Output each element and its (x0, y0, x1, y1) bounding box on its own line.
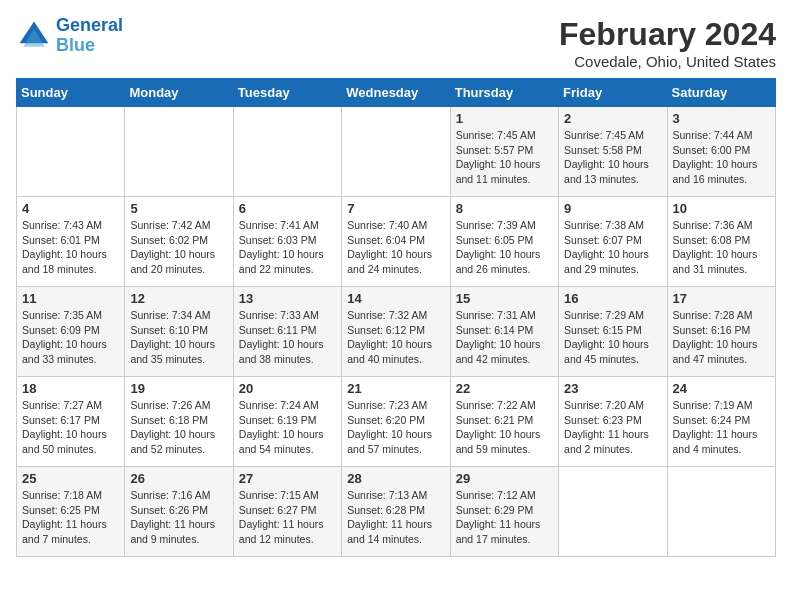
calendar-cell: 21Sunrise: 7:23 AM Sunset: 6:20 PM Dayli… (342, 377, 450, 467)
day-number: 20 (239, 381, 336, 396)
logo: General Blue (16, 16, 123, 56)
calendar-cell: 6Sunrise: 7:41 AM Sunset: 6:03 PM Daylig… (233, 197, 341, 287)
day-number: 1 (456, 111, 553, 126)
calendar-cell: 29Sunrise: 7:12 AM Sunset: 6:29 PM Dayli… (450, 467, 558, 557)
calendar-cell: 2Sunrise: 7:45 AM Sunset: 5:58 PM Daylig… (559, 107, 667, 197)
calendar-cell: 28Sunrise: 7:13 AM Sunset: 6:28 PM Dayli… (342, 467, 450, 557)
day-info: Sunrise: 7:39 AM Sunset: 6:05 PM Dayligh… (456, 218, 553, 277)
day-info: Sunrise: 7:24 AM Sunset: 6:19 PM Dayligh… (239, 398, 336, 457)
calendar-cell: 26Sunrise: 7:16 AM Sunset: 6:26 PM Dayli… (125, 467, 233, 557)
calendar-cell (667, 467, 775, 557)
column-header-thursday: Thursday (450, 79, 558, 107)
calendar-cell: 11Sunrise: 7:35 AM Sunset: 6:09 PM Dayli… (17, 287, 125, 377)
day-number: 8 (456, 201, 553, 216)
day-number: 14 (347, 291, 444, 306)
day-number: 21 (347, 381, 444, 396)
week-row-2: 4Sunrise: 7:43 AM Sunset: 6:01 PM Daylig… (17, 197, 776, 287)
day-info: Sunrise: 7:28 AM Sunset: 6:16 PM Dayligh… (673, 308, 770, 367)
calendar-cell (233, 107, 341, 197)
title-block: February 2024 Covedale, Ohio, United Sta… (559, 16, 776, 70)
day-number: 26 (130, 471, 227, 486)
calendar-cell: 23Sunrise: 7:20 AM Sunset: 6:23 PM Dayli… (559, 377, 667, 467)
calendar-cell (17, 107, 125, 197)
day-number: 5 (130, 201, 227, 216)
calendar-cell: 3Sunrise: 7:44 AM Sunset: 6:00 PM Daylig… (667, 107, 775, 197)
calendar-cell: 4Sunrise: 7:43 AM Sunset: 6:01 PM Daylig… (17, 197, 125, 287)
day-info: Sunrise: 7:35 AM Sunset: 6:09 PM Dayligh… (22, 308, 119, 367)
day-info: Sunrise: 7:32 AM Sunset: 6:12 PM Dayligh… (347, 308, 444, 367)
day-info: Sunrise: 7:16 AM Sunset: 6:26 PM Dayligh… (130, 488, 227, 547)
day-number: 11 (22, 291, 119, 306)
calendar-cell: 13Sunrise: 7:33 AM Sunset: 6:11 PM Dayli… (233, 287, 341, 377)
calendar-cell: 14Sunrise: 7:32 AM Sunset: 6:12 PM Dayli… (342, 287, 450, 377)
calendar-cell (125, 107, 233, 197)
column-header-saturday: Saturday (667, 79, 775, 107)
day-info: Sunrise: 7:22 AM Sunset: 6:21 PM Dayligh… (456, 398, 553, 457)
day-number: 25 (22, 471, 119, 486)
column-header-friday: Friday (559, 79, 667, 107)
day-info: Sunrise: 7:15 AM Sunset: 6:27 PM Dayligh… (239, 488, 336, 547)
day-number: 29 (456, 471, 553, 486)
day-info: Sunrise: 7:27 AM Sunset: 6:17 PM Dayligh… (22, 398, 119, 457)
day-info: Sunrise: 7:45 AM Sunset: 5:57 PM Dayligh… (456, 128, 553, 187)
day-number: 9 (564, 201, 661, 216)
day-info: Sunrise: 7:45 AM Sunset: 5:58 PM Dayligh… (564, 128, 661, 187)
calendar-cell: 25Sunrise: 7:18 AM Sunset: 6:25 PM Dayli… (17, 467, 125, 557)
day-number: 28 (347, 471, 444, 486)
day-info: Sunrise: 7:42 AM Sunset: 6:02 PM Dayligh… (130, 218, 227, 277)
logo-text: General Blue (56, 16, 123, 56)
day-number: 15 (456, 291, 553, 306)
day-number: 22 (456, 381, 553, 396)
day-number: 3 (673, 111, 770, 126)
day-info: Sunrise: 7:12 AM Sunset: 6:29 PM Dayligh… (456, 488, 553, 547)
week-row-1: 1Sunrise: 7:45 AM Sunset: 5:57 PM Daylig… (17, 107, 776, 197)
header-row: SundayMondayTuesdayWednesdayThursdayFrid… (17, 79, 776, 107)
day-number: 2 (564, 111, 661, 126)
calendar-cell: 7Sunrise: 7:40 AM Sunset: 6:04 PM Daylig… (342, 197, 450, 287)
day-number: 7 (347, 201, 444, 216)
day-info: Sunrise: 7:41 AM Sunset: 6:03 PM Dayligh… (239, 218, 336, 277)
day-info: Sunrise: 7:36 AM Sunset: 6:08 PM Dayligh… (673, 218, 770, 277)
day-info: Sunrise: 7:33 AM Sunset: 6:11 PM Dayligh… (239, 308, 336, 367)
day-number: 18 (22, 381, 119, 396)
column-header-wednesday: Wednesday (342, 79, 450, 107)
calendar-cell: 19Sunrise: 7:26 AM Sunset: 6:18 PM Dayli… (125, 377, 233, 467)
calendar-cell (559, 467, 667, 557)
column-header-sunday: Sunday (17, 79, 125, 107)
day-number: 17 (673, 291, 770, 306)
day-info: Sunrise: 7:20 AM Sunset: 6:23 PM Dayligh… (564, 398, 661, 457)
calendar-cell: 22Sunrise: 7:22 AM Sunset: 6:21 PM Dayli… (450, 377, 558, 467)
calendar-cell: 20Sunrise: 7:24 AM Sunset: 6:19 PM Dayli… (233, 377, 341, 467)
calendar-cell: 12Sunrise: 7:34 AM Sunset: 6:10 PM Dayli… (125, 287, 233, 377)
day-info: Sunrise: 7:31 AM Sunset: 6:14 PM Dayligh… (456, 308, 553, 367)
day-number: 10 (673, 201, 770, 216)
day-number: 4 (22, 201, 119, 216)
day-number: 19 (130, 381, 227, 396)
day-number: 27 (239, 471, 336, 486)
calendar-cell: 24Sunrise: 7:19 AM Sunset: 6:24 PM Dayli… (667, 377, 775, 467)
day-number: 24 (673, 381, 770, 396)
day-info: Sunrise: 7:13 AM Sunset: 6:28 PM Dayligh… (347, 488, 444, 547)
day-info: Sunrise: 7:23 AM Sunset: 6:20 PM Dayligh… (347, 398, 444, 457)
day-info: Sunrise: 7:29 AM Sunset: 6:15 PM Dayligh… (564, 308, 661, 367)
day-number: 12 (130, 291, 227, 306)
week-row-5: 25Sunrise: 7:18 AM Sunset: 6:25 PM Dayli… (17, 467, 776, 557)
calendar-title: February 2024 (559, 16, 776, 53)
calendar-cell: 16Sunrise: 7:29 AM Sunset: 6:15 PM Dayli… (559, 287, 667, 377)
calendar-subtitle: Covedale, Ohio, United States (559, 53, 776, 70)
day-number: 13 (239, 291, 336, 306)
day-info: Sunrise: 7:19 AM Sunset: 6:24 PM Dayligh… (673, 398, 770, 457)
column-header-monday: Monday (125, 79, 233, 107)
column-header-tuesday: Tuesday (233, 79, 341, 107)
calendar-cell: 27Sunrise: 7:15 AM Sunset: 6:27 PM Dayli… (233, 467, 341, 557)
day-info: Sunrise: 7:38 AM Sunset: 6:07 PM Dayligh… (564, 218, 661, 277)
calendar-cell: 17Sunrise: 7:28 AM Sunset: 6:16 PM Dayli… (667, 287, 775, 377)
calendar-cell (342, 107, 450, 197)
week-row-3: 11Sunrise: 7:35 AM Sunset: 6:09 PM Dayli… (17, 287, 776, 377)
calendar-cell: 9Sunrise: 7:38 AM Sunset: 6:07 PM Daylig… (559, 197, 667, 287)
day-number: 16 (564, 291, 661, 306)
day-info: Sunrise: 7:40 AM Sunset: 6:04 PM Dayligh… (347, 218, 444, 277)
calendar-cell: 18Sunrise: 7:27 AM Sunset: 6:17 PM Dayli… (17, 377, 125, 467)
calendar-cell: 1Sunrise: 7:45 AM Sunset: 5:57 PM Daylig… (450, 107, 558, 197)
day-info: Sunrise: 7:43 AM Sunset: 6:01 PM Dayligh… (22, 218, 119, 277)
